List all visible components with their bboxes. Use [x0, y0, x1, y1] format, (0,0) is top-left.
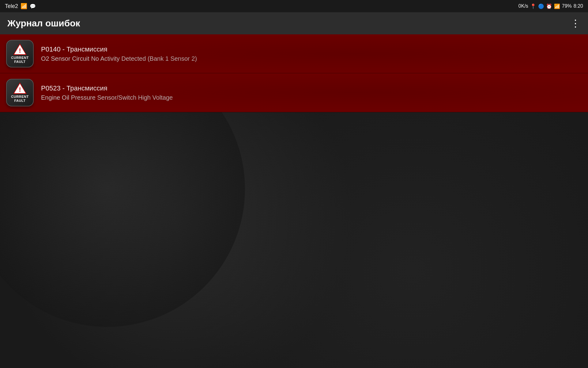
- menu-button[interactable]: ⋮: [571, 18, 581, 28]
- fault-badge-2: ! CURRENTFAULT: [6, 79, 34, 106]
- fault-item-1[interactable]: ! CURRENTFAULT P0140 - Трансмиссия O2 Se…: [0, 34, 588, 73]
- svg-text:!: !: [19, 47, 21, 54]
- fault-code-1: P0140 - Трансмиссия: [41, 45, 197, 53]
- fault-text-1: P0140 - Трансмиссия O2 Sensor Circuit No…: [41, 45, 197, 62]
- status-bar-right: 0K/s 📍 🔵 ⏰ 📶 79% 8:20: [518, 3, 583, 9]
- fault-description-1: O2 Sensor Circuit No Activity Detected (…: [41, 55, 197, 62]
- app-bar: Журнал ошибок ⋮: [0, 12, 588, 34]
- svg-text:!: !: [19, 86, 21, 93]
- battery-label: 79%: [562, 3, 572, 9]
- background-area: [0, 112, 588, 368]
- fault-badge-label-1: CURRENTFAULT: [11, 56, 28, 64]
- signal-icon: 📶: [554, 3, 560, 9]
- whatsapp-icon: 💬: [30, 3, 36, 9]
- time-label: 8:20: [574, 3, 583, 9]
- data-speed-label: 0K/s: [518, 3, 528, 9]
- fault-badge-1: ! CURRENTFAULT: [6, 40, 34, 67]
- status-bar-left: Tele2 📶 💬: [5, 3, 36, 10]
- fault-text-2: P0523 - Трансмиссия Engine Oil Pressure …: [41, 84, 173, 101]
- warning-triangle-icon-2: !: [13, 82, 27, 94]
- bluetooth-icon: 🔵: [538, 3, 544, 9]
- fault-code-2: P0523 - Трансмиссия: [41, 84, 173, 92]
- status-bar: Tele2 📶 💬 0K/s 📍 🔵 ⏰ 📶 79% 8:20: [0, 0, 588, 12]
- fault-badge-label-2: CURRENTFAULT: [11, 95, 28, 103]
- fault-list: ! CURRENTFAULT P0140 - Трансмиссия O2 Se…: [0, 34, 588, 112]
- page-title: Журнал ошибок: [7, 18, 80, 29]
- fault-item-2[interactable]: ! CURRENTFAULT P0523 - Трансмиссия Engin…: [0, 73, 588, 112]
- alarm-icon: ⏰: [546, 3, 552, 9]
- fault-description-2: Engine Oil Pressure Sensor/Switch High V…: [41, 94, 173, 101]
- location-icon: 📍: [530, 3, 536, 9]
- sim-icon: 📶: [21, 3, 27, 10]
- warning-triangle-icon-1: !: [13, 44, 27, 55]
- carrier-label: Tele2: [5, 3, 18, 10]
